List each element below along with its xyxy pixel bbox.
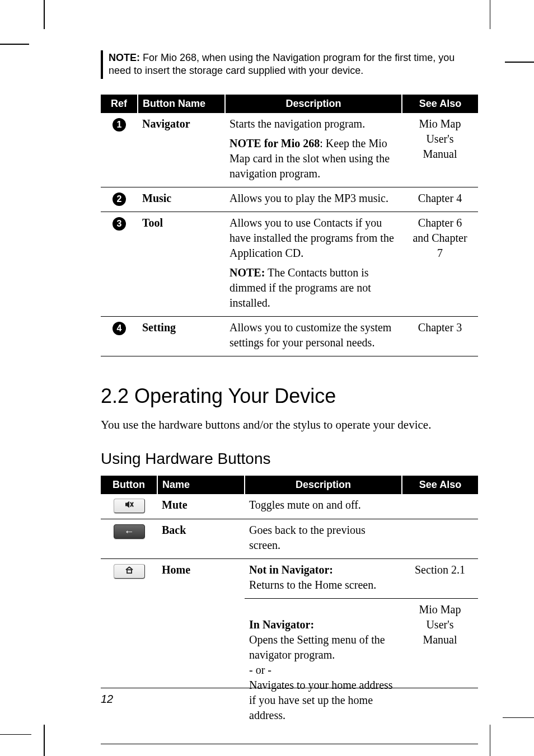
- col-ref: Ref: [101, 95, 138, 113]
- table-row: 2 Music Allows you to play the MP3 music…: [101, 187, 478, 212]
- col-see: See Also: [402, 95, 478, 113]
- row-see: Chapter 3: [402, 316, 478, 356]
- page-footer: 12: [101, 688, 478, 706]
- ref-badge: 3: [113, 217, 126, 231]
- row-desc: Not in Navigator:Returns to the Home scr…: [245, 559, 402, 599]
- row-name: Navigator: [138, 113, 225, 187]
- svg-rect-3: [127, 570, 132, 573]
- row-desc: Toggles mute on and off.: [245, 494, 402, 519]
- table-row: Home Not in Navigator:Returns to the Hom…: [101, 559, 478, 599]
- row-name: Back: [157, 519, 245, 559]
- col-desc: Description: [225, 95, 402, 113]
- col-name2: Name: [157, 476, 245, 494]
- row-desc: Starts the navigation program. NOTE for …: [225, 113, 402, 187]
- row-name: Home: [157, 559, 245, 744]
- row-name: Mute: [157, 494, 245, 519]
- back-icon: ←: [114, 524, 145, 539]
- col-see2: See Also: [402, 476, 478, 494]
- mute-icon: [114, 499, 145, 513]
- row-name: Tool: [138, 212, 225, 316]
- section-title: 2.2 Operating Your Device: [101, 384, 478, 408]
- table-row: Mute Toggles mute on and off.: [101, 494, 478, 519]
- table-row: 4 Setting Allows you to customize the sy…: [101, 316, 478, 356]
- row-see: [402, 519, 478, 559]
- button-reference-table: Ref Button Name Description See Also 1 N…: [101, 95, 478, 356]
- col-button: Button: [101, 476, 157, 494]
- row-see: Chapter 4: [402, 187, 478, 212]
- button-icon-cell: ←: [101, 519, 157, 559]
- row-desc: Allows you to customize the system setti…: [225, 316, 402, 356]
- row-see: [402, 494, 478, 519]
- button-icon-cell: [101, 494, 157, 519]
- subsection-title: Using Hardware Buttons: [101, 450, 478, 468]
- row-see: Chapter 6 and Chapter 7: [402, 212, 478, 316]
- row-desc: Goes back to the previous screen.: [245, 519, 402, 559]
- row-desc: In Navigator:Opens the Setting menu of t…: [245, 599, 402, 744]
- row-name: Setting: [138, 316, 225, 356]
- col-desc2: Description: [245, 476, 402, 494]
- row-desc: Allows you to use Contacts if you have i…: [225, 212, 402, 316]
- button-icon-cell: [101, 559, 157, 744]
- row-name: Music: [138, 187, 225, 212]
- note-block: NOTE: For Mio 268, when using the Naviga…: [101, 50, 478, 79]
- table-row: 3 Tool Allows you to use Contacts if you…: [101, 212, 478, 316]
- home-icon: [114, 564, 145, 579]
- row-see: Section 2.1: [402, 559, 478, 599]
- ref-badge: 1: [113, 118, 126, 132]
- col-name: Button Name: [138, 95, 225, 113]
- table-row: 1 Navigator Starts the navigation progra…: [101, 113, 478, 187]
- row-see: Mio Map User's Manual: [402, 113, 478, 187]
- note-text: For Mio 268, when using the Navigation p…: [109, 52, 455, 76]
- ref-badge: 4: [113, 322, 126, 335]
- svg-marker-0: [125, 501, 129, 508]
- table-row: ← Back Goes back to the previous screen.: [101, 519, 478, 559]
- page-number: 12: [101, 693, 113, 705]
- section-intro: You use the hardware buttons and/or the …: [101, 418, 478, 432]
- ref-badge: 2: [113, 192, 126, 206]
- note-label: NOTE:: [109, 52, 140, 63]
- row-see: Mio Map User's Manual: [402, 599, 478, 744]
- row-desc: Allows you to play the MP3 music.: [225, 187, 402, 212]
